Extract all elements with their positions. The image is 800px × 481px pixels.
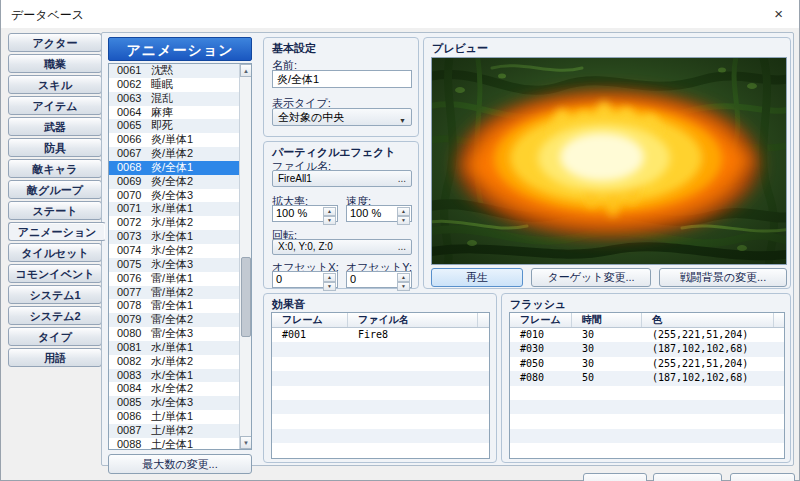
sound-effect-group: 効果音 フレームファイル名#001Fire8 xyxy=(263,293,497,463)
table-row[interactable]: #01030(255,221,51,204) xyxy=(510,328,784,342)
item-id: 0083 xyxy=(109,369,143,383)
table-row[interactable]: #05030(255,221,51,204) xyxy=(510,357,784,371)
animation-list-item-0083[interactable]: 0083水/全体1 xyxy=(109,369,239,383)
speed-stepper[interactable]: 100 % ▲▼ xyxy=(346,205,412,222)
sound-effect-table[interactable]: フレームファイル名#001Fire8 xyxy=(271,312,490,459)
dialog-button-3[interactable] xyxy=(730,473,795,481)
animation-list-item-0061[interactable]: 0061沈黙 xyxy=(109,64,239,78)
close-icon[interactable]: × xyxy=(774,4,783,24)
animation-list-item-0073[interactable]: 0073氷/全体1 xyxy=(109,230,239,244)
animation-list-item-0078[interactable]: 0078雷/全体1 xyxy=(109,299,239,313)
ellipsis-icon: ... xyxy=(398,240,406,254)
dialog-button-1[interactable] xyxy=(583,473,647,481)
column-header[interactable]: ファイル名 xyxy=(348,313,478,327)
spin-up-icon[interactable]: ▲ xyxy=(323,273,336,282)
animation-list-item-0084[interactable]: 0084水/全体2 xyxy=(109,382,239,396)
animation-list-item-0066[interactable]: 0066炎/単体1 xyxy=(109,133,239,147)
animation-list-item-0075[interactable]: 0075氷/全体3 xyxy=(109,258,239,272)
change-battle-background-button[interactable]: 戦闘背景の変更... xyxy=(659,268,787,287)
dialog-button-2[interactable] xyxy=(653,473,722,481)
offset-y-stepper[interactable]: 0 ▲▼ xyxy=(346,271,412,288)
table-cell: (255,221,51,204) xyxy=(642,328,774,342)
item-name: 水/全体2 xyxy=(143,382,193,396)
sidebar-tab-7[interactable]: 敵グループ xyxy=(8,180,102,199)
file-name-button[interactable]: FireAll1 ... xyxy=(272,170,412,187)
list-scrollbar[interactable]: ▲ ▼ xyxy=(239,64,251,449)
animation-list-item-0065[interactable]: 0065即死 xyxy=(109,119,239,133)
column-header[interactable]: フレーム xyxy=(272,313,348,327)
spin-down-icon[interactable]: ▼ xyxy=(397,282,410,291)
display-type-select[interactable]: 全対象の中央 ▼ xyxy=(272,108,412,126)
scale-stepper[interactable]: 100 % ▲▼ xyxy=(272,205,338,222)
animation-list-item-0071[interactable]: 0071氷/単体1 xyxy=(109,202,239,216)
fire-animation-preview xyxy=(432,58,786,264)
animation-list-item-0082[interactable]: 0082水/単体2 xyxy=(109,355,239,369)
sidebar-tab-14[interactable]: タイプ xyxy=(8,327,102,346)
sidebar-tab-9[interactable]: アニメーション xyxy=(8,222,106,241)
scroll-down-icon[interactable]: ▼ xyxy=(240,436,252,449)
column-header[interactable] xyxy=(478,313,489,327)
animation-list-item-0069[interactable]: 0069炎/全体2 xyxy=(109,175,239,189)
scroll-up-icon[interactable]: ▲ xyxy=(240,64,252,77)
spin-up-icon[interactable]: ▲ xyxy=(397,273,410,282)
sidebar-tab-0[interactable]: アクター xyxy=(8,33,102,52)
preview-title: プレビュー xyxy=(432,41,488,56)
column-header[interactable]: フレーム xyxy=(510,313,572,327)
animation-list-item-0062[interactable]: 0062睡眠 xyxy=(109,78,239,92)
sidebar-tab-13[interactable]: システム2 xyxy=(8,306,102,325)
animation-listbox[interactable]: 0061沈黙0062睡眠0063混乱0064麻痺0065即死0066炎/単体10… xyxy=(108,63,252,450)
sidebar-tab-15[interactable]: 用語 xyxy=(8,348,102,367)
change-maximum-button[interactable]: 最大数の変更... xyxy=(108,454,252,474)
animation-list-item-0070[interactable]: 0070炎/全体3 xyxy=(109,189,239,203)
column-header[interactable]: 時間 xyxy=(572,313,642,327)
table-row[interactable]: #03030(187,102,102,68) xyxy=(510,342,784,356)
spin-down-icon[interactable]: ▼ xyxy=(323,282,336,291)
animation-list-item-0080[interactable]: 0080雷/全体3 xyxy=(109,327,239,341)
animation-list-item-0088[interactable]: 0088土/全体1 xyxy=(109,438,239,450)
table-row[interactable]: #08050(187,102,102,68) xyxy=(510,371,784,385)
table-cell xyxy=(510,443,572,457)
animation-list-item-0064[interactable]: 0064麻痺 xyxy=(109,106,239,120)
animation-list-item-0077[interactable]: 0077雷/単体2 xyxy=(109,286,239,300)
sidebar-tab-12[interactable]: システム1 xyxy=(8,285,102,304)
column-header[interactable] xyxy=(774,313,784,327)
column-header[interactable]: 色 xyxy=(642,313,774,327)
name-input[interactable]: 炎/全体1 xyxy=(272,70,412,88)
sidebar-tab-4[interactable]: 武器 xyxy=(8,117,102,136)
sidebar-tab-6[interactable]: 敵キャラ xyxy=(8,159,102,178)
animation-list-item-0079[interactable]: 0079雷/全体2 xyxy=(109,313,239,327)
spin-down-icon[interactable]: ▼ xyxy=(397,216,410,225)
sidebar-tab-3[interactable]: アイテム xyxy=(8,96,102,115)
animation-list-item-0076[interactable]: 0076雷/単体1 xyxy=(109,272,239,286)
flash-table[interactable]: フレーム時間色#01030(255,221,51,204)#03030(187,… xyxy=(509,312,785,459)
rotation-button[interactable]: X:0, Y:0, Z:0 ... xyxy=(272,239,412,255)
table-cell xyxy=(348,342,478,356)
spin-up-icon[interactable]: ▲ xyxy=(323,207,336,216)
table-cell xyxy=(272,414,348,428)
animation-list-item-0072[interactable]: 0072氷/単体2 xyxy=(109,216,239,230)
animation-list-item-0087[interactable]: 0087土/単体2 xyxy=(109,424,239,438)
sidebar-tab-8[interactable]: ステート xyxy=(8,201,102,220)
item-id: 0065 xyxy=(109,119,143,133)
sidebar-tab-2[interactable]: スキル xyxy=(8,75,102,94)
table-cell xyxy=(642,386,774,400)
table-row[interactable]: #001Fire8 xyxy=(272,328,489,342)
table-cell xyxy=(272,443,348,457)
animation-list-item-0067[interactable]: 0067炎/単体2 xyxy=(109,147,239,161)
sidebar-tab-11[interactable]: コモンイベント xyxy=(8,264,102,283)
scrollbar-thumb[interactable] xyxy=(241,257,251,337)
animation-list-item-0086[interactable]: 0086土/単体1 xyxy=(109,410,239,424)
animation-list-item-0085[interactable]: 0085水/全体3 xyxy=(109,396,239,410)
play-button[interactable]: 再生 xyxy=(431,268,523,287)
animation-list-item-0063[interactable]: 0063混乱 xyxy=(109,92,239,106)
sidebar-tab-1[interactable]: 職業 xyxy=(8,54,102,73)
animation-list-item-0074[interactable]: 0074氷/全体2 xyxy=(109,244,239,258)
spin-up-icon[interactable]: ▲ xyxy=(397,207,410,216)
spin-down-icon[interactable]: ▼ xyxy=(323,216,336,225)
sidebar-tab-5[interactable]: 防具 xyxy=(8,138,102,157)
offset-x-stepper[interactable]: 0 ▲▼ xyxy=(272,271,338,288)
change-target-button[interactable]: ターゲット変更... xyxy=(531,268,651,287)
sidebar-tab-10[interactable]: タイルセット xyxy=(8,243,102,262)
animation-list-item-0068[interactable]: 0068炎/全体1 xyxy=(109,161,239,175)
animation-list-item-0081[interactable]: 0081水/単体1 xyxy=(109,341,239,355)
